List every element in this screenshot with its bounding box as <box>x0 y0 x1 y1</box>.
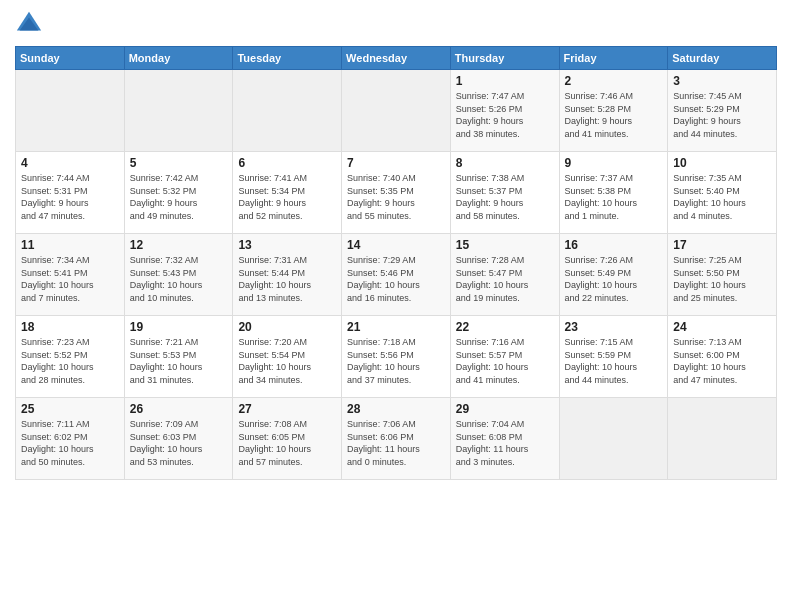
day-number: 21 <box>347 320 445 334</box>
weekday-header-sunday: Sunday <box>16 47 125 70</box>
day-info: Sunrise: 7:08 AM Sunset: 6:05 PM Dayligh… <box>238 418 336 468</box>
day-number: 7 <box>347 156 445 170</box>
day-info: Sunrise: 7:42 AM Sunset: 5:32 PM Dayligh… <box>130 172 228 222</box>
calendar-cell: 21Sunrise: 7:18 AM Sunset: 5:56 PM Dayli… <box>342 316 451 398</box>
calendar-week-1: 4Sunrise: 7:44 AM Sunset: 5:31 PM Daylig… <box>16 152 777 234</box>
weekday-row: SundayMondayTuesdayWednesdayThursdayFrid… <box>16 47 777 70</box>
day-info: Sunrise: 7:44 AM Sunset: 5:31 PM Dayligh… <box>21 172 119 222</box>
day-info: Sunrise: 7:41 AM Sunset: 5:34 PM Dayligh… <box>238 172 336 222</box>
calendar-cell: 3Sunrise: 7:45 AM Sunset: 5:29 PM Daylig… <box>668 70 777 152</box>
day-info: Sunrise: 7:11 AM Sunset: 6:02 PM Dayligh… <box>21 418 119 468</box>
day-number: 2 <box>565 74 663 88</box>
day-info: Sunrise: 7:46 AM Sunset: 5:28 PM Dayligh… <box>565 90 663 140</box>
calendar-cell: 16Sunrise: 7:26 AM Sunset: 5:49 PM Dayli… <box>559 234 668 316</box>
day-number: 29 <box>456 402 554 416</box>
day-info: Sunrise: 7:34 AM Sunset: 5:41 PM Dayligh… <box>21 254 119 304</box>
calendar-week-0: 1Sunrise: 7:47 AM Sunset: 5:26 PM Daylig… <box>16 70 777 152</box>
day-info: Sunrise: 7:37 AM Sunset: 5:38 PM Dayligh… <box>565 172 663 222</box>
day-number: 28 <box>347 402 445 416</box>
calendar-cell: 26Sunrise: 7:09 AM Sunset: 6:03 PM Dayli… <box>124 398 233 480</box>
calendar-cell: 9Sunrise: 7:37 AM Sunset: 5:38 PM Daylig… <box>559 152 668 234</box>
day-number: 10 <box>673 156 771 170</box>
day-number: 14 <box>347 238 445 252</box>
day-info: Sunrise: 7:47 AM Sunset: 5:26 PM Dayligh… <box>456 90 554 140</box>
day-number: 24 <box>673 320 771 334</box>
weekday-header-friday: Friday <box>559 47 668 70</box>
day-number: 22 <box>456 320 554 334</box>
day-number: 9 <box>565 156 663 170</box>
day-info: Sunrise: 7:21 AM Sunset: 5:53 PM Dayligh… <box>130 336 228 386</box>
calendar-cell <box>559 398 668 480</box>
day-info: Sunrise: 7:13 AM Sunset: 6:00 PM Dayligh… <box>673 336 771 386</box>
calendar-cell: 23Sunrise: 7:15 AM Sunset: 5:59 PM Dayli… <box>559 316 668 398</box>
calendar-cell: 10Sunrise: 7:35 AM Sunset: 5:40 PM Dayli… <box>668 152 777 234</box>
calendar-cell: 1Sunrise: 7:47 AM Sunset: 5:26 PM Daylig… <box>450 70 559 152</box>
logo-icon <box>15 10 43 38</box>
day-info: Sunrise: 7:20 AM Sunset: 5:54 PM Dayligh… <box>238 336 336 386</box>
calendar-cell: 12Sunrise: 7:32 AM Sunset: 5:43 PM Dayli… <box>124 234 233 316</box>
calendar-cell <box>16 70 125 152</box>
calendar-cell: 18Sunrise: 7:23 AM Sunset: 5:52 PM Dayli… <box>16 316 125 398</box>
day-info: Sunrise: 7:25 AM Sunset: 5:50 PM Dayligh… <box>673 254 771 304</box>
calendar-cell <box>233 70 342 152</box>
day-info: Sunrise: 7:09 AM Sunset: 6:03 PM Dayligh… <box>130 418 228 468</box>
calendar-cell: 25Sunrise: 7:11 AM Sunset: 6:02 PM Dayli… <box>16 398 125 480</box>
day-info: Sunrise: 7:23 AM Sunset: 5:52 PM Dayligh… <box>21 336 119 386</box>
page-header <box>15 10 777 38</box>
weekday-header-thursday: Thursday <box>450 47 559 70</box>
weekday-header-monday: Monday <box>124 47 233 70</box>
weekday-header-saturday: Saturday <box>668 47 777 70</box>
day-info: Sunrise: 7:04 AM Sunset: 6:08 PM Dayligh… <box>456 418 554 468</box>
calendar-cell <box>342 70 451 152</box>
calendar-cell: 20Sunrise: 7:20 AM Sunset: 5:54 PM Dayli… <box>233 316 342 398</box>
calendar-body: 1Sunrise: 7:47 AM Sunset: 5:26 PM Daylig… <box>16 70 777 480</box>
calendar-week-3: 18Sunrise: 7:23 AM Sunset: 5:52 PM Dayli… <box>16 316 777 398</box>
calendar-cell: 14Sunrise: 7:29 AM Sunset: 5:46 PM Dayli… <box>342 234 451 316</box>
day-info: Sunrise: 7:15 AM Sunset: 5:59 PM Dayligh… <box>565 336 663 386</box>
day-number: 8 <box>456 156 554 170</box>
day-info: Sunrise: 7:16 AM Sunset: 5:57 PM Dayligh… <box>456 336 554 386</box>
day-number: 16 <box>565 238 663 252</box>
weekday-header-wednesday: Wednesday <box>342 47 451 70</box>
day-info: Sunrise: 7:31 AM Sunset: 5:44 PM Dayligh… <box>238 254 336 304</box>
day-info: Sunrise: 7:32 AM Sunset: 5:43 PM Dayligh… <box>130 254 228 304</box>
calendar-cell: 6Sunrise: 7:41 AM Sunset: 5:34 PM Daylig… <box>233 152 342 234</box>
calendar-week-4: 25Sunrise: 7:11 AM Sunset: 6:02 PM Dayli… <box>16 398 777 480</box>
calendar-cell <box>668 398 777 480</box>
day-number: 17 <box>673 238 771 252</box>
calendar-cell: 27Sunrise: 7:08 AM Sunset: 6:05 PM Dayli… <box>233 398 342 480</box>
calendar-cell: 29Sunrise: 7:04 AM Sunset: 6:08 PM Dayli… <box>450 398 559 480</box>
day-number: 15 <box>456 238 554 252</box>
day-info: Sunrise: 7:26 AM Sunset: 5:49 PM Dayligh… <box>565 254 663 304</box>
weekday-header-tuesday: Tuesday <box>233 47 342 70</box>
calendar-cell: 13Sunrise: 7:31 AM Sunset: 5:44 PM Dayli… <box>233 234 342 316</box>
calendar-cell: 15Sunrise: 7:28 AM Sunset: 5:47 PM Dayli… <box>450 234 559 316</box>
day-number: 19 <box>130 320 228 334</box>
calendar-cell: 7Sunrise: 7:40 AM Sunset: 5:35 PM Daylig… <box>342 152 451 234</box>
day-number: 25 <box>21 402 119 416</box>
day-number: 1 <box>456 74 554 88</box>
day-number: 18 <box>21 320 119 334</box>
calendar-cell <box>124 70 233 152</box>
calendar-week-2: 11Sunrise: 7:34 AM Sunset: 5:41 PM Dayli… <box>16 234 777 316</box>
day-info: Sunrise: 7:38 AM Sunset: 5:37 PM Dayligh… <box>456 172 554 222</box>
calendar-cell: 17Sunrise: 7:25 AM Sunset: 5:50 PM Dayli… <box>668 234 777 316</box>
calendar-cell: 2Sunrise: 7:46 AM Sunset: 5:28 PM Daylig… <box>559 70 668 152</box>
calendar-cell: 24Sunrise: 7:13 AM Sunset: 6:00 PM Dayli… <box>668 316 777 398</box>
calendar-cell: 11Sunrise: 7:34 AM Sunset: 5:41 PM Dayli… <box>16 234 125 316</box>
calendar-cell: 19Sunrise: 7:21 AM Sunset: 5:53 PM Dayli… <box>124 316 233 398</box>
day-number: 6 <box>238 156 336 170</box>
day-number: 5 <box>130 156 228 170</box>
day-info: Sunrise: 7:35 AM Sunset: 5:40 PM Dayligh… <box>673 172 771 222</box>
calendar-cell: 8Sunrise: 7:38 AM Sunset: 5:37 PM Daylig… <box>450 152 559 234</box>
logo <box>15 10 47 38</box>
calendar-table: SundayMondayTuesdayWednesdayThursdayFrid… <box>15 46 777 480</box>
day-number: 3 <box>673 74 771 88</box>
day-number: 12 <box>130 238 228 252</box>
day-info: Sunrise: 7:40 AM Sunset: 5:35 PM Dayligh… <box>347 172 445 222</box>
day-number: 13 <box>238 238 336 252</box>
day-number: 4 <box>21 156 119 170</box>
day-info: Sunrise: 7:28 AM Sunset: 5:47 PM Dayligh… <box>456 254 554 304</box>
day-number: 11 <box>21 238 119 252</box>
calendar-cell: 4Sunrise: 7:44 AM Sunset: 5:31 PM Daylig… <box>16 152 125 234</box>
